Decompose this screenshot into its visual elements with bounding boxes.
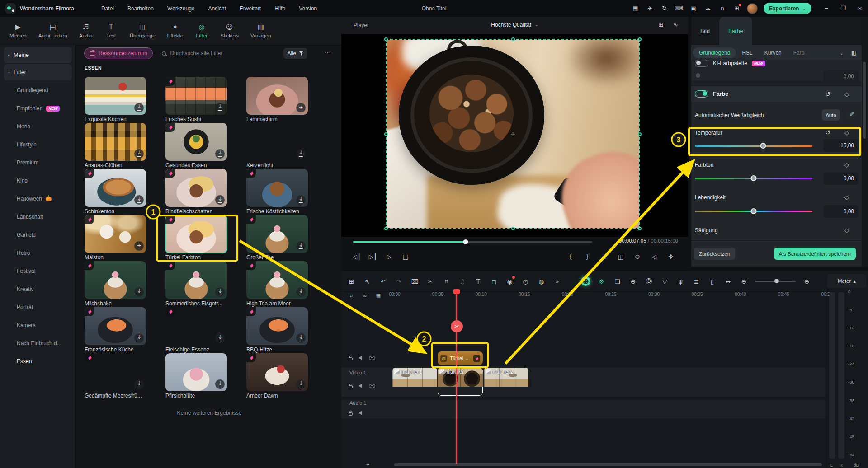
download-icon[interactable]	[296, 149, 306, 159]
slider-handle[interactable]	[751, 208, 757, 214]
resize-handle[interactable]	[638, 227, 642, 230]
sidebar-category[interactable]: Nach Einbruch d...	[0, 334, 75, 352]
text-tool-icon[interactable]: T	[473, 276, 483, 286]
zoom-slider-handle[interactable]	[774, 279, 779, 283]
scope-icon[interactable]: ∿	[673, 21, 678, 28]
gift-icon[interactable]: ▦	[631, 4, 640, 13]
download-icon[interactable]	[296, 379, 306, 389]
filter-card[interactable]: Frisches Sushi	[165, 77, 227, 123]
download-icon[interactable]	[215, 149, 225, 159]
slider-handle[interactable]	[760, 143, 766, 149]
filter-clip[interactable]: ◍ Türkei ...	[438, 351, 483, 365]
download-icon[interactable]	[215, 103, 225, 112]
timeline-zoom-slider[interactable]	[755, 281, 796, 282]
sync-icon[interactable]: ↻	[660, 4, 669, 13]
sidebar-category[interactable]: Retro	[0, 244, 75, 262]
zoom-out-icon[interactable]: ⊖	[739, 276, 749, 286]
menu-item[interactable]: Erweitert	[240, 5, 261, 12]
filter-card[interactable]: Maiston	[85, 215, 146, 261]
keyframe-icon[interactable]: ◇	[844, 91, 849, 98]
ai-assistant-icon[interactable]: ☻	[581, 276, 590, 286]
select-tool-icon[interactable]: ↖	[363, 276, 372, 286]
download-icon[interactable]	[296, 333, 306, 343]
sidebar-category[interactable]: Halloween	[0, 190, 75, 208]
apps-icon[interactable]: ⊞	[732, 4, 741, 13]
video-clip[interactable]: maronen2	[484, 368, 528, 396]
color-match-icon[interactable]: ◍	[537, 276, 546, 286]
save-custom-button[interactable]: Als Benutzerdefiniert speichern	[774, 248, 856, 260]
add-media-icon[interactable]: ⊕	[628, 276, 638, 286]
sidebar-category[interactable]: Porträt	[0, 298, 75, 316]
toolbar-tab[interactable]: T Text	[100, 22, 122, 40]
filter-card[interactable]: Schinkenton	[85, 169, 146, 215]
resize-handle[interactable]	[384, 227, 388, 230]
mark-out-button[interactable]: }	[583, 252, 592, 261]
zoom-in-icon[interactable]: ⊕	[802, 276, 811, 286]
audio-stretch-icon[interactable]: ♫	[458, 276, 467, 286]
sidebar-category[interactable]: Mono	[0, 117, 75, 136]
add-track-button[interactable]: +	[366, 462, 369, 468]
filter-card[interactable]: Sommerliches Eisgetr...	[165, 261, 227, 307]
menu-item[interactable]: Ansicht	[208, 5, 226, 12]
split-icon[interactable]: ✂	[426, 276, 435, 286]
multi-view-icon[interactable]: ⊞	[658, 21, 663, 28]
playback-progress-bar[interactable]	[353, 241, 592, 243]
compare-button[interactable]: ◫	[616, 252, 625, 261]
temperature-slider[interactable]	[695, 145, 812, 147]
sidebar-category[interactable]: Garfield	[0, 226, 75, 244]
video-selection-frame[interactable]: +	[386, 39, 640, 229]
snapshot-button[interactable]: ⊙	[633, 252, 642, 261]
filter-card[interactable]: Kerzenlicht	[246, 123, 308, 169]
eye-icon[interactable]	[369, 356, 375, 360]
prev-frame-button[interactable]: ◁┃	[352, 252, 361, 261]
sidebar-group[interactable]: ▾ Filter	[4, 64, 72, 80]
fullscreen-button[interactable]: ✥	[666, 252, 675, 261]
split-scissors-button[interactable]: ✂	[451, 320, 463, 332]
filter-card[interactable]: Milchshake	[85, 261, 146, 307]
download-icon[interactable]	[215, 333, 225, 343]
filter-card[interactable]: High Tea am Meer	[246, 261, 308, 307]
timeline-scrollbar[interactable]	[394, 463, 822, 466]
resize-handle[interactable]	[384, 132, 388, 136]
menu-item[interactable]: Version	[299, 5, 317, 12]
reset-icon[interactable]: ↺	[825, 90, 830, 98]
menu-item[interactable]: Werkzeuge	[167, 5, 194, 12]
filter-card[interactable]: Frische Köstlichkeiten	[246, 169, 308, 215]
account-avatar[interactable]	[747, 3, 758, 14]
sidebar-category[interactable]: Landschaft	[0, 208, 75, 226]
sidebar-category[interactable]: Premium	[0, 154, 75, 172]
toolbar-tab[interactable]: ▤ Archi...edien	[34, 22, 71, 40]
shield-icon[interactable]: ▽	[660, 276, 670, 286]
download-icon[interactable]	[215, 379, 225, 389]
export-button[interactable]: Exportieren⌄	[764, 3, 811, 14]
render-preview-button[interactable]: ▫	[599, 252, 609, 261]
minimize-button[interactable]: ─	[823, 5, 830, 12]
download-icon[interactable]	[134, 333, 144, 343]
resize-handle[interactable]	[384, 37, 388, 41]
download-icon[interactable]	[296, 195, 306, 205]
audio-mixer-icon[interactable]: ≣	[692, 276, 701, 286]
save-icon[interactable]: ▣	[689, 4, 698, 13]
proxy-icon[interactable]: Ⓓ	[644, 276, 654, 286]
video-clip[interactable]: maronen1	[392, 368, 437, 396]
keyframe-icon[interactable]: ◇	[844, 129, 849, 136]
filter-all-button[interactable]: Alle	[283, 48, 307, 59]
fit-timeline-icon[interactable]: ↔	[723, 276, 733, 286]
temperature-value[interactable]: 15,00	[823, 139, 859, 152]
sidebar-category[interactable]: Kreativ	[0, 280, 75, 298]
delete-icon[interactable]: ⌧	[410, 276, 420, 286]
resize-handle[interactable]	[638, 37, 642, 41]
sidebar-category[interactable]: Empfohlen NEW	[0, 99, 75, 117]
tab-farbe[interactable]: Farbe	[719, 17, 752, 45]
toolbar-tab[interactable]: ◎ Filter	[191, 22, 212, 40]
cloud-upload-icon[interactable]: ☁	[703, 4, 712, 13]
filter-card[interactable]: Türkei Farbton	[165, 215, 227, 261]
speech-to-text-icon[interactable]: ❏	[613, 276, 622, 286]
download-icon[interactable]	[296, 241, 306, 251]
filter-card[interactable]: Amber Dawn	[246, 353, 308, 399]
download-icon[interactable]	[215, 195, 225, 205]
toolbar-tab[interactable]: ☺ Stickers	[216, 22, 243, 40]
tab-bild[interactable]: Bild	[691, 17, 719, 45]
sidebar-category[interactable]: Kamera	[0, 316, 75, 334]
voiceover-icon[interactable]: ψ	[676, 276, 685, 286]
